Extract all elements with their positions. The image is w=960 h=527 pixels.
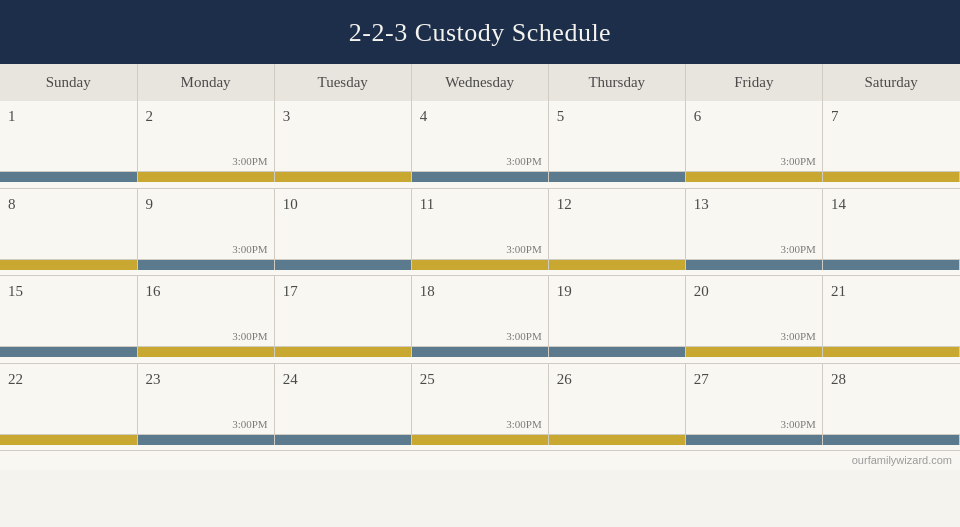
- page-title: 2-2-3 Custody Schedule: [0, 0, 960, 64]
- day-number: 19: [557, 283, 572, 299]
- bar-cell-1: [0, 172, 137, 183]
- column-header-wednesday: Wednesday: [411, 64, 548, 101]
- day-cell-25: 253:00PM: [411, 363, 548, 434]
- bar-cell-17: [274, 347, 411, 358]
- day-cell-5: 5: [548, 101, 685, 172]
- day-cell-26: 26: [548, 363, 685, 434]
- day-number: 21: [831, 283, 846, 299]
- day-number: 5: [557, 108, 565, 124]
- week-row-3: 15163:00PM17183:00PM19203:00PM21: [0, 276, 960, 347]
- day-cell-15: 15: [0, 276, 137, 347]
- bar-cell-6: [685, 172, 822, 183]
- time-label: 3:00PM: [506, 155, 541, 167]
- bar-row-1: [0, 172, 960, 183]
- time-label: 3:00PM: [506, 418, 541, 430]
- column-header-sunday: Sunday: [0, 64, 137, 101]
- day-number: 10: [283, 196, 298, 212]
- day-cell-27: 273:00PM: [685, 363, 822, 434]
- bar-cell-25: [411, 434, 548, 445]
- bar-cell-19: [548, 347, 685, 358]
- column-header-tuesday: Tuesday: [274, 64, 411, 101]
- time-label: 3:00PM: [780, 418, 815, 430]
- bar-cell-8: [0, 259, 137, 270]
- time-label: 3:00PM: [506, 330, 541, 342]
- time-label: 3:00PM: [232, 330, 267, 342]
- bar-cell-5: [548, 172, 685, 183]
- day-number: 18: [420, 283, 435, 299]
- bar-row-3: [0, 347, 960, 358]
- bar-cell-22: [0, 434, 137, 445]
- day-cell-8: 8: [0, 188, 137, 259]
- day-number: 4: [420, 108, 428, 124]
- bar-row-2: [0, 259, 960, 270]
- day-number: 27: [694, 371, 709, 387]
- time-label: 3:00PM: [506, 243, 541, 255]
- day-number: 24: [283, 371, 298, 387]
- bar-cell-7: [822, 172, 959, 183]
- day-cell-3: 3: [274, 101, 411, 172]
- bar-cell-18: [411, 347, 548, 358]
- bar-cell-9: [137, 259, 274, 270]
- day-cell-28: 28: [822, 363, 959, 434]
- day-cell-16: 163:00PM: [137, 276, 274, 347]
- time-label: 3:00PM: [780, 155, 815, 167]
- day-cell-20: 203:00PM: [685, 276, 822, 347]
- bar-cell-15: [0, 347, 137, 358]
- day-cell-12: 12: [548, 188, 685, 259]
- week-row-2: 893:00PM10113:00PM12133:00PM14: [0, 188, 960, 259]
- bar-cell-16: [137, 347, 274, 358]
- day-number: 20: [694, 283, 709, 299]
- day-cell-1: 1: [0, 101, 137, 172]
- day-number: 22: [8, 371, 23, 387]
- day-number: 17: [283, 283, 298, 299]
- bar-cell-10: [274, 259, 411, 270]
- day-number: 15: [8, 283, 23, 299]
- day-cell-4: 43:00PM: [411, 101, 548, 172]
- day-number: 11: [420, 196, 434, 212]
- day-number: 25: [420, 371, 435, 387]
- day-number: 9: [146, 196, 154, 212]
- day-header-row: SundayMondayTuesdayWednesdayThursdayFrid…: [0, 64, 960, 101]
- day-number: 28: [831, 371, 846, 387]
- bar-cell-12: [548, 259, 685, 270]
- column-header-monday: Monday: [137, 64, 274, 101]
- day-number: 23: [146, 371, 161, 387]
- day-number: 12: [557, 196, 572, 212]
- day-cell-9: 93:00PM: [137, 188, 274, 259]
- bar-cell-24: [274, 434, 411, 445]
- bar-cell-13: [685, 259, 822, 270]
- time-label: 3:00PM: [232, 243, 267, 255]
- day-number: 13: [694, 196, 709, 212]
- bar-cell-2: [137, 172, 274, 183]
- time-label: 3:00PM: [780, 243, 815, 255]
- day-cell-23: 233:00PM: [137, 363, 274, 434]
- bar-cell-11: [411, 259, 548, 270]
- day-cell-21: 21: [822, 276, 959, 347]
- day-cell-13: 133:00PM: [685, 188, 822, 259]
- day-cell-10: 10: [274, 188, 411, 259]
- day-cell-22: 22: [0, 363, 137, 434]
- bar-row-4: [0, 434, 960, 445]
- day-number: 2: [146, 108, 154, 124]
- day-number: 16: [146, 283, 161, 299]
- time-label: 3:00PM: [780, 330, 815, 342]
- day-number: 1: [8, 108, 16, 124]
- bar-cell-26: [548, 434, 685, 445]
- bar-cell-23: [137, 434, 274, 445]
- day-cell-14: 14: [822, 188, 959, 259]
- day-number: 3: [283, 108, 291, 124]
- bar-cell-21: [822, 347, 959, 358]
- column-header-friday: Friday: [685, 64, 822, 101]
- day-number: 6: [694, 108, 702, 124]
- spacer-row-4: [0, 445, 960, 451]
- day-cell-6: 63:00PM: [685, 101, 822, 172]
- header: 2-2-3 Custody Schedule: [0, 0, 960, 64]
- bar-cell-4: [411, 172, 548, 183]
- bar-cell-27: [685, 434, 822, 445]
- day-cell-24: 24: [274, 363, 411, 434]
- day-number: 7: [831, 108, 839, 124]
- day-cell-11: 113:00PM: [411, 188, 548, 259]
- bar-cell-28: [822, 434, 959, 445]
- day-cell-17: 17: [274, 276, 411, 347]
- column-header-saturday: Saturday: [822, 64, 959, 101]
